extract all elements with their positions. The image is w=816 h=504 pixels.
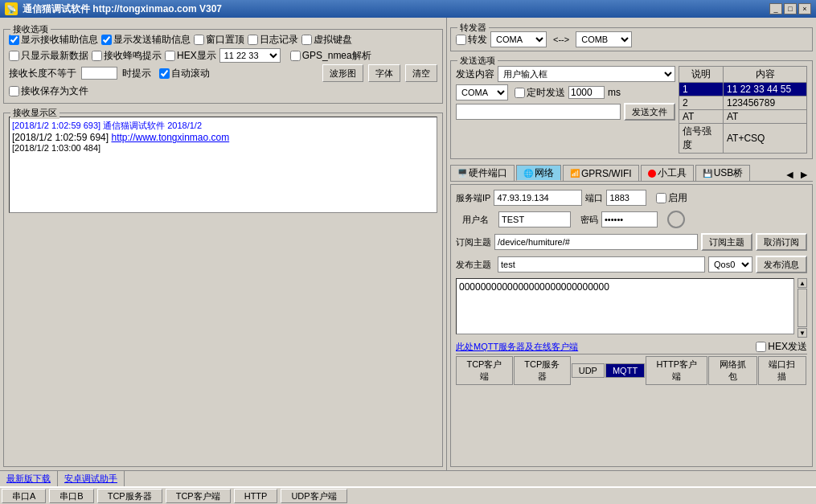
tab-network[interactable]: 🌐 网络: [516, 165, 561, 181]
save-to-file-checkbox[interactable]: [9, 86, 19, 96]
note-row-2[interactable]: 2 123456789: [679, 96, 807, 110]
auto-scroll-checkbox[interactable]: [159, 68, 170, 79]
comb-select[interactable]: COMBCOMACOM1: [576, 31, 632, 47]
send-options-title: 发送选项: [457, 55, 498, 67]
publish-button[interactable]: 发布消息: [756, 256, 807, 273]
timed-send-item[interactable]: 定时发送: [515, 86, 565, 100]
scrollbar-v[interactable]: ▲ ▼: [798, 278, 807, 338]
send-com-row: COMACOMB 定时发送 ms: [456, 84, 675, 100]
tab-hardware[interactable]: 🖥️ 硬件端口: [450, 165, 515, 181]
show-recv-help-checkbox[interactable]: [9, 35, 19, 45]
window-top-item[interactable]: 窗口置顶: [194, 33, 244, 47]
virtual-keyboard-label: 虚拟键盘: [314, 33, 352, 47]
close-button[interactable]: ×: [798, 3, 811, 14]
network-panel: 服务端IP 端口 启用 用户名 密码 订阅主题: [450, 184, 813, 467]
clear-button[interactable]: 清空: [405, 64, 437, 82]
send-com-select[interactable]: COMACOMB: [456, 84, 508, 100]
waveform-button[interactable]: 波形图: [322, 64, 363, 82]
recv-beep-item[interactable]: 接收蜂鸣提示: [92, 49, 162, 63]
bottom-tab-port-scan[interactable]: 端口扫描: [758, 356, 806, 385]
send-text-input[interactable]: [456, 104, 621, 120]
publish-topic-input[interactable]: [498, 256, 705, 272]
timed-send-checkbox[interactable]: [515, 88, 525, 98]
log-record-checkbox[interactable]: [248, 35, 258, 45]
tab-gprs[interactable]: 📶 GPRS/WIFI: [563, 165, 639, 181]
gprs-icon: 📶: [570, 169, 580, 178]
hex-send-checkbox[interactable]: [756, 342, 766, 352]
timed-value-input[interactable]: [568, 86, 605, 99]
download-link[interactable]: 最新版下载: [0, 471, 58, 486]
server-ip-input[interactable]: [494, 190, 582, 206]
taskbar: 串口A 串口B TCP服务器 TCP客户端 HTTP UDP客户端: [0, 486, 816, 504]
log-record-item[interactable]: 日志记录: [248, 33, 298, 47]
show-latest-checkbox[interactable]: [9, 51, 19, 61]
note-cell-num-2: 2: [679, 96, 724, 110]
tab-tools[interactable]: 小工具: [641, 165, 694, 181]
gps-nmea-checkbox[interactable]: [290, 51, 301, 61]
message-area[interactable]: 0000000000000000000000000000: [456, 278, 794, 334]
subscribe-button[interactable]: 订阅主题: [701, 233, 752, 251]
username-label: 用户名: [462, 214, 489, 226]
bottom-tab-udp[interactable]: UDP: [572, 363, 605, 378]
auto-scroll-item[interactable]: 自动滚动: [159, 67, 210, 80]
show-send-help-checkbox[interactable]: [101, 35, 112, 45]
qos-select[interactable]: Qos0Qos1Qos2: [708, 256, 752, 272]
maximize-button[interactable]: □: [784, 3, 797, 14]
port-input[interactable]: [606, 190, 646, 206]
android-debug-link[interactable]: 安卓调试助手: [58, 471, 125, 486]
note-row-3[interactable]: AT AT: [679, 110, 807, 124]
window-top-checkbox[interactable]: [194, 35, 204, 45]
note-row-1[interactable]: 1 11 22 33 44 55: [679, 83, 807, 96]
minimize-button[interactable]: _: [769, 3, 782, 14]
bottom-tab-http-client[interactable]: HTTP客户端: [646, 356, 707, 385]
save-to-file-item[interactable]: 接收保存为文件: [9, 84, 437, 98]
recv-line-1: [2018/1/2 1:02:59 693] 通信猫调试软件 2018/1/2: [12, 120, 434, 132]
virtual-keyboard-item[interactable]: 虚拟键盘: [301, 33, 352, 47]
bottom-tab-tcp-server[interactable]: TCP服务器: [514, 356, 571, 385]
password-input[interactable]: [601, 211, 658, 227]
coma-select[interactable]: COMACOMBCOM1: [490, 31, 547, 47]
hex-show-checkbox[interactable]: [165, 51, 175, 61]
taskbar-com-a[interactable]: 串口A: [2, 489, 46, 503]
enable-item[interactable]: 启用: [656, 191, 687, 205]
bottom-tab-mqtt[interactable]: MQTT: [605, 363, 645, 378]
tab-usb[interactable]: 💾 USB桥: [695, 165, 751, 181]
hex-select[interactable]: 11 22 33 00 FF AA BB CC: [219, 48, 281, 63]
hex-show-item[interactable]: HEX显示: [165, 49, 216, 63]
taskbar-udp[interactable]: UDP客户端: [281, 489, 346, 503]
recv-length-input[interactable]: [81, 67, 117, 80]
taskbar-tcp-server[interactable]: TCP服务器: [97, 489, 162, 503]
taskbar-http[interactable]: HTTP: [234, 489, 278, 503]
send-content-select[interactable]: 用户输入框: [498, 66, 675, 82]
taskbar-com-b[interactable]: 串口B: [49, 489, 93, 503]
bottom-tab-tcp-client[interactable]: TCP客户端: [456, 356, 513, 385]
gps-nmea-item[interactable]: GPS_nmea解析: [290, 49, 371, 63]
font-button[interactable]: 字体: [368, 64, 400, 82]
hex-send-item[interactable]: HEX发送: [756, 340, 807, 354]
unsubscribe-button[interactable]: 取消订阅: [756, 233, 807, 251]
more-tabs-icon[interactable]: ◄ ►: [781, 168, 813, 181]
forward-enable-item[interactable]: 转发: [456, 33, 487, 47]
taskbar-tcp-client[interactable]: TCP客户端: [166, 489, 231, 503]
show-send-help-item[interactable]: 显示发送辅助信息: [101, 33, 191, 47]
username-input[interactable]: [498, 211, 571, 227]
recv-beep-checkbox[interactable]: [92, 51, 102, 61]
scroll-thumb[interactable]: [798, 289, 807, 327]
scroll-up[interactable]: ▲: [798, 278, 807, 288]
enable-checkbox[interactable]: [656, 193, 666, 203]
virtual-keyboard-checkbox[interactable]: [301, 35, 312, 45]
recv-link[interactable]: http://www.tongxinmao.com: [111, 132, 229, 143]
send-file-button[interactable]: 发送文件: [624, 103, 675, 121]
hex-show-label: HEX显示: [177, 49, 216, 63]
show-latest-item[interactable]: 只显示最新数据: [9, 49, 88, 63]
server-ip-label: 服务端IP: [456, 192, 490, 204]
log-record-label: 日志记录: [260, 33, 298, 47]
scroll-down[interactable]: ▼: [798, 328, 807, 338]
note-row-4[interactable]: 信号强度 AT+CSQ: [679, 124, 807, 154]
forward-enable-checkbox[interactable]: [456, 35, 466, 45]
tab-hardware-label: 硬件端口: [469, 166, 507, 180]
hint-label: 时提示: [122, 67, 151, 80]
subscribe-topic-input[interactable]: [494, 234, 698, 250]
bottom-tab-network-capture[interactable]: 网络抓包: [708, 356, 757, 385]
mqtt-link[interactable]: 此处MQTT服务器及在线客户端: [456, 341, 578, 353]
